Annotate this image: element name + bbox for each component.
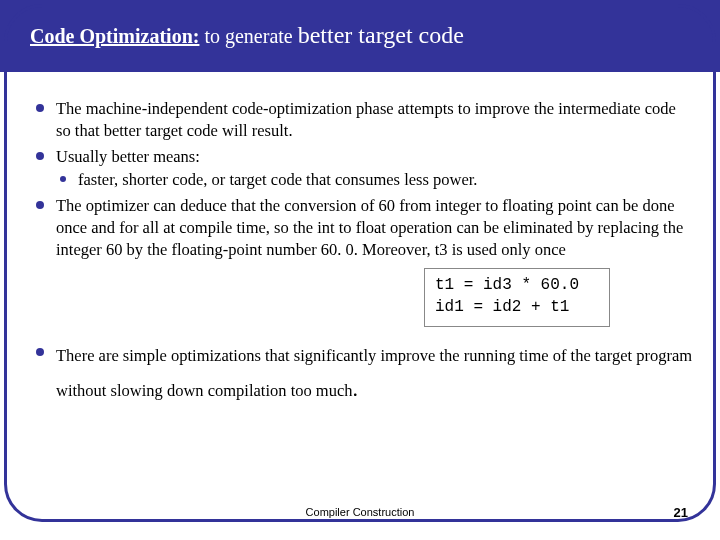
bullet-list: There are simple optimizations that sign…	[34, 342, 694, 407]
bullet-text: There are simple optimizations that sign…	[56, 346, 692, 400]
footer-title: Compiler Construction	[0, 506, 720, 518]
code-figure: t1 = id3 * 60.0 id1 = id2 + t1	[424, 268, 610, 327]
title-prefix: Code Optimization:	[30, 25, 199, 47]
content-area: The machine-independent code-optimizatio…	[34, 98, 694, 264]
bullet-text: The machine-independent code-optimizatio…	[56, 99, 676, 140]
title-bar: Code Optimization: to generate better ta…	[0, 0, 720, 72]
title-suffix: better target code	[298, 22, 464, 48]
bullet-period: .	[353, 376, 359, 401]
last-bullet-area: There are simple optimizations that sign…	[34, 342, 694, 411]
page-number: 21	[674, 505, 688, 520]
bullet-item: The machine-independent code-optimizatio…	[34, 98, 694, 142]
bullet-item: Usually better means: faster, shorter co…	[34, 146, 694, 192]
bullet-text: The optimizer can deduce that the conver…	[56, 196, 683, 259]
sub-bullet-text: faster, shorter code, or target code tha…	[78, 170, 478, 189]
bullet-item: There are simple optimizations that sign…	[34, 342, 694, 407]
sub-bullet-list: faster, shorter code, or target code tha…	[56, 169, 694, 191]
bullet-item: The optimizer can deduce that the conver…	[34, 195, 694, 260]
code-line: t1 = id3 * 60.0	[435, 275, 599, 297]
slide: Code Optimization: to generate better ta…	[0, 0, 720, 540]
bullet-list: The machine-independent code-optimizatio…	[34, 98, 694, 260]
slide-title: Code Optimization: to generate better ta…	[30, 22, 464, 49]
sub-bullet-item: faster, shorter code, or target code tha…	[56, 169, 694, 191]
title-middle: to generate	[199, 25, 297, 47]
code-line: id1 = id2 + t1	[435, 297, 599, 319]
bullet-text: Usually better means:	[56, 147, 200, 166]
